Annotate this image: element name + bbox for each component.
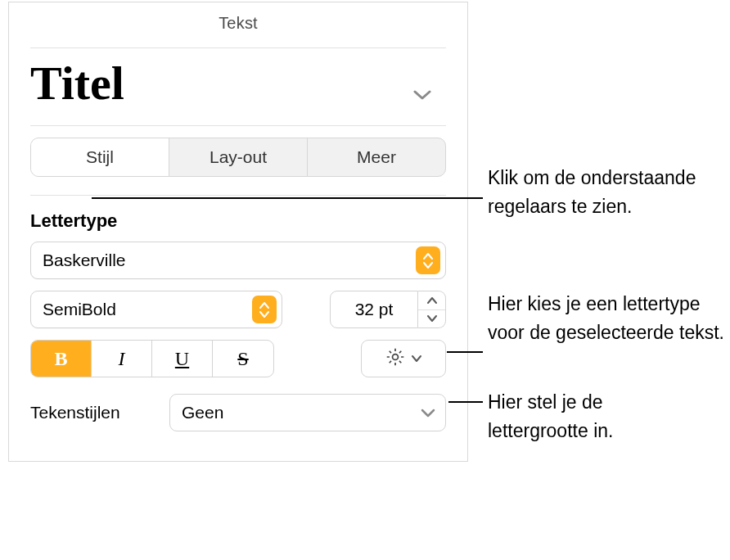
advanced-options-button[interactable] [361, 340, 446, 377]
paragraph-style-value: Titel [30, 56, 124, 110]
font-size-value: 32 pt [355, 300, 394, 319]
tab-more[interactable]: Meer [308, 138, 445, 176]
character-styles-dropdown[interactable]: Geen [169, 394, 446, 431]
italic-button[interactable]: I [92, 341, 152, 377]
chevron-down-icon [421, 403, 435, 422]
divider [30, 125, 446, 126]
character-styles-value: Geen [182, 403, 421, 422]
font-family-dropdown[interactable]: Baskerville [30, 242, 446, 279]
bold-button[interactable]: B [31, 341, 92, 377]
updown-arrows-icon [416, 246, 440, 274]
text-style-button-group: B I U S [30, 340, 274, 377]
font-size-control: 32 pt [330, 291, 446, 328]
callout-line [448, 401, 483, 403]
font-weight-value: SemiBold [43, 300, 252, 319]
font-section-label: Lettertype [30, 210, 446, 232]
panel-title: Tekst [9, 2, 467, 47]
tab-bar: Stijl Lay-out Meer [30, 138, 446, 177]
paragraph-style-dropdown[interactable]: Titel [30, 60, 446, 125]
character-styles-label: Tekenstijlen [30, 403, 153, 422]
chevron-down-icon [413, 89, 431, 101]
divider [30, 195, 446, 196]
font-size-stepper[interactable] [418, 291, 446, 328]
callout-tabs: Klik om de onderstaande regelaars te zie… [488, 164, 719, 220]
tab-style[interactable]: Stijl [31, 138, 169, 176]
chevron-down-icon [411, 351, 422, 366]
svg-point-0 [393, 355, 399, 360]
callout-font: Hier kies je een lettertype voor de gese… [488, 290, 725, 346]
updown-arrows-icon [252, 296, 277, 323]
text-inspector-panel: Tekst Titel Stijl Lay-out Meer Lettertyp… [8, 2, 468, 462]
divider [30, 47, 446, 48]
font-family-value: Baskerville [43, 251, 416, 270]
callout-line [92, 197, 483, 199]
stepper-up[interactable] [418, 291, 445, 310]
strike-button[interactable]: S [213, 341, 273, 377]
font-size-input[interactable]: 32 pt [330, 291, 418, 328]
underline-button[interactable]: U [152, 341, 213, 377]
callout-line [447, 351, 483, 353]
font-weight-dropdown[interactable]: SemiBold [30, 291, 282, 328]
tab-layout[interactable]: Lay-out [169, 138, 308, 176]
callout-size: Hier stel je de lettergrootte in. [488, 388, 707, 445]
gear-icon [385, 346, 406, 371]
stepper-down[interactable] [418, 310, 445, 328]
